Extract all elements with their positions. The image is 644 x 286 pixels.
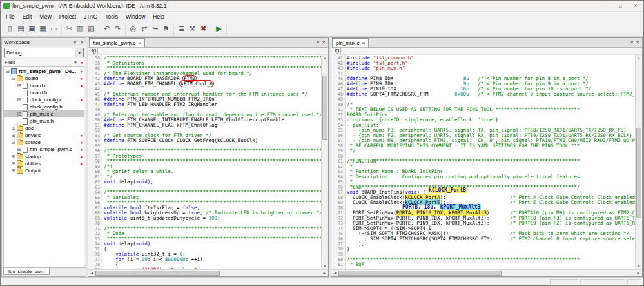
tree-expander-icon[interactable]: ⊞ [16,97,22,103]
editor-fn-row: f() [88,48,328,55]
panel-menu-icon[interactable]: ▾ [73,40,76,45]
scroll-right-icon[interactable]: ▶ [635,270,642,276]
vertical-scrollbar[interactable]: ▲ ▼ [635,55,642,269]
tab-close-icon[interactable]: × [138,40,141,46]
workspace-tab[interactable]: ftm_simple_pwm [3,268,50,275]
paste-icon[interactable]: ▧ [86,23,97,34]
editor-tab[interactable]: ftm_simple_pwm.c × [89,38,145,47]
save-icon[interactable]: ▣ [26,23,37,34]
tree-expander-icon[interactable]: ⊟ [5,68,10,74]
scrollbar-track[interactable] [636,61,642,263]
print-icon[interactable]: ▭ [48,23,59,34]
tree-item-board-c[interactable]: ⊞board.c● [4,82,84,89]
save-all-icon[interactable]: ▦ [37,23,48,34]
stop-build-icon[interactable]: ✖ [198,23,209,34]
code-area[interactable]: #include "fsl_common.h"#include "fsl_por… [346,55,635,269]
tree-expander-icon[interactable]: ⊞ [10,125,16,131]
undo-icon[interactable]: ↶ [101,23,112,34]
tree-expander-icon[interactable]: ⊞ [16,111,22,117]
tree-item-pin-mux-h[interactable]: pin_mux.h [4,117,84,125]
tree-expander-icon[interactable]: ⊞ [10,132,16,138]
make-icon[interactable]: ⚒ [187,23,198,34]
copy-icon[interactable]: ▥ [75,23,86,34]
menu-tools[interactable]: Tools [101,13,122,21]
tree-item-doc[interactable]: ⊞doc [4,125,84,132]
scroll-down-icon[interactable]: ▼ [322,263,328,269]
tree-item-pin-mux-c[interactable]: ⊞pin_mux.c [4,110,84,117]
hscrollbar-track[interactable] [95,270,321,276]
code-area[interactable]: /***************************************… [102,55,321,269]
tree-item-startup[interactable]: ⊞startup● [4,153,84,160]
scrollbar-thumb[interactable] [322,76,327,140]
tab-close-icon[interactable]: × [362,40,365,46]
menu-view[interactable]: View [35,13,55,21]
tab-list-icon[interactable]: ▾ [631,40,634,45]
cut-icon[interactable]: ✂ [64,23,75,34]
replace-icon[interactable]: ⇄ [139,23,150,34]
tree-item-output[interactable]: ⊞Output [4,167,84,174]
tree-expander-icon[interactable]: ⊞ [16,147,22,152]
minimize-button[interactable]: ─ [597,1,612,11]
function-list-button[interactable]: f() [90,48,98,54]
editor-tab[interactable]: pin_mux.c × [332,38,369,47]
menu-project[interactable]: Project [55,13,80,21]
scroll-up-icon[interactable]: ▲ [636,55,642,61]
panel-close-icon[interactable]: ✕ [80,40,84,45]
tab-bar-close-icon[interactable]: ✕ [322,40,326,45]
scrollbar-track[interactable] [322,61,328,263]
modified-indicator: ● [79,77,83,81]
find-icon[interactable]: ◎ [128,23,139,34]
hscrollbar-thumb[interactable] [338,271,502,276]
chevron-down-icon[interactable]: ▾ [75,48,83,57]
tree-item-clock-config-c[interactable]: ⊞clock_config.c● [4,96,84,103]
menu-jtag[interactable]: JTAG [80,13,101,21]
goto-icon[interactable]: ↪ [150,23,161,34]
scroll-right-icon[interactable]: ▶ [321,270,328,276]
close-button[interactable]: ✕ [628,1,643,11]
scrollbar-thumb[interactable] [636,128,641,218]
tree-expander-icon[interactable]: ⊞ [10,154,16,159]
toolbar-group: ↶↷ [99,23,126,35]
tree-item-source[interactable]: ⊟source● [4,139,84,146]
new-document-icon[interactable]: ▯ [5,23,15,34]
redo-icon[interactable]: ↷ [112,23,123,34]
files-column-header[interactable]: Files ∗ ● [2,59,86,66]
tree-item-ftm-simple-pwm-c[interactable]: ⊞ftm_simple_pwm.c● [4,146,84,153]
compile-icon[interactable]: ≣ [176,23,187,34]
tree-expander-icon[interactable]: ⊞ [16,83,22,88]
download-debug-icon[interactable]: ▶ [213,23,224,34]
tab-list-icon[interactable]: ▾ [317,40,320,45]
edit-annotation: PORTB, 18u, kPORT_MuxAlt3 [402,204,481,210]
function-list-button[interactable]: f() [333,48,341,54]
menu-window[interactable]: Window [122,13,149,21]
tree-item-ftm-simple-pwm-de[interactable]: ⊟ftm_simple_pwm - De...● [4,68,84,75]
tree-expander-icon[interactable]: ⊟ [10,76,16,81]
menu-help[interactable]: Help [149,13,168,21]
scroll-left-icon[interactable]: ◀ [331,270,338,276]
maximize-button[interactable]: □ [612,1,628,11]
scroll-down-icon[interactable]: ▼ [636,263,642,269]
tree-expander-icon[interactable]: ⊞ [10,161,16,167]
build-config-dropdown[interactable]: Debug ▾ [4,48,84,57]
hscrollbar-thumb[interactable] [95,271,220,276]
tree-item-utilities[interactable]: ⊞utilities● [4,160,84,167]
horizontal-scrollbar[interactable]: ◀ ▶ [331,269,642,276]
menu-file[interactable]: File [2,13,19,21]
tree-item-clock-config-h[interactable]: clock_config.h [4,103,84,110]
open-file-icon[interactable]: ▤ [15,23,26,34]
horizontal-scrollbar[interactable]: ◀ ▶ [88,269,328,276]
hscrollbar-track[interactable] [338,270,635,276]
scroll-up-icon[interactable]: ▲ [322,55,328,61]
scroll-left-icon[interactable]: ◀ [88,270,95,276]
bookmark-icon[interactable]: ⚑ [161,23,171,34]
menu-edit[interactable]: Edit [19,13,36,21]
app-logo-icon [3,3,10,9]
group-icon [17,126,23,131]
tree-item-drivers[interactable]: ⊞drivers● [4,132,84,139]
tree-item-board-h[interactable]: board.h [4,89,84,96]
tab-bar-close-icon[interactable]: ✕ [636,40,639,45]
vertical-scrollbar[interactable]: ▲ ▼ [321,55,328,269]
tree-expander-icon[interactable]: ⊟ [10,139,16,145]
tree-item-board[interactable]: ⊟board● [4,75,84,82]
tree-expander-icon[interactable]: ⊞ [10,168,16,174]
